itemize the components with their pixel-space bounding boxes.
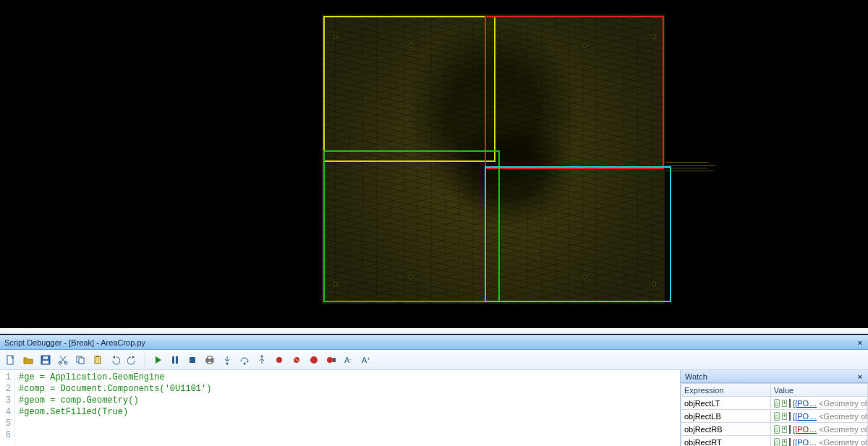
stepover-icon xyxy=(239,355,250,365)
crop-rect-objRectRB[interactable] xyxy=(485,166,671,302)
color-swatch xyxy=(789,412,791,421)
print-icon xyxy=(205,355,215,365)
paste-icon xyxy=(93,355,103,365)
svg-rect-7 xyxy=(79,358,84,364)
undo-button[interactable] xyxy=(107,352,123,368)
print-button[interactable] xyxy=(202,352,218,368)
watch-expression-cell[interactable]: objRectRT xyxy=(681,436,771,447)
watch-col-value[interactable]: Value xyxy=(770,384,867,397)
watch-rows: objRectLT⌂+[[PO… <Geometry object>objRec… xyxy=(681,397,868,447)
watch-grid[interactable]: Expression Value objRectLT⌂+[[PO… <Geome… xyxy=(681,383,868,446)
stop-record-button[interactable] xyxy=(323,352,339,368)
redo-button[interactable] xyxy=(124,352,140,368)
open-button[interactable] xyxy=(20,352,36,368)
watch-row[interactable]: objRectRB⌂+[[PO… <Geometry object> xyxy=(681,423,868,436)
debugger-toolbar: A-A+ xyxy=(0,350,868,370)
watch-expression-cell[interactable]: objRectLT xyxy=(681,397,771,410)
step-into-button[interactable] xyxy=(219,352,235,368)
object-tree-icon[interactable]: ⌂ xyxy=(774,425,780,434)
record-button[interactable] xyxy=(306,352,322,368)
code-line[interactable]: #geom = comp.Geometry() xyxy=(19,395,680,406)
code-area[interactable]: #ge = Application.GeomEngine#comp = Docu… xyxy=(14,370,680,446)
panel-splitter[interactable] xyxy=(0,328,868,334)
value-link[interactable]: [[PO… xyxy=(793,438,817,447)
value-link[interactable]: [[PO… xyxy=(793,412,817,421)
decrease-font-button[interactable]: A- xyxy=(341,352,357,368)
close-watch-button[interactable]: × xyxy=(855,372,865,382)
value-link[interactable]: [[PO… xyxy=(793,399,817,408)
code-line[interactable] xyxy=(19,418,680,429)
pcb-viewport[interactable] xyxy=(0,0,868,327)
watch-col-expression[interactable]: Expression xyxy=(681,384,771,397)
expand-icon[interactable]: + xyxy=(782,439,787,446)
expand-icon[interactable]: + xyxy=(782,413,787,420)
watch-row[interactable]: objRectRT⌂+[[PO… <Geometry object> xyxy=(681,436,868,447)
value-type-label: <Geometry object> xyxy=(819,425,867,434)
clear-breakpoints-button[interactable] xyxy=(289,352,305,368)
code-line[interactable]: #ge = Application.GeomEngine xyxy=(19,372,680,383)
object-tree-icon[interactable]: ⌂ xyxy=(774,412,780,421)
new-file-button[interactable] xyxy=(3,352,19,368)
svg-point-21 xyxy=(310,356,318,364)
save-button[interactable] xyxy=(38,352,54,368)
watch-value-cell[interactable]: ⌂+[[PO… <Geometry object> xyxy=(770,423,867,436)
watch-panel: Watch × Expression Value objRectLT⌂+[[PO… xyxy=(680,370,868,446)
watch-expression-cell[interactable]: objRectRB xyxy=(681,423,771,436)
pause-button[interactable] xyxy=(167,352,183,368)
value-link[interactable]: [[PO… xyxy=(793,425,817,434)
expand-icon[interactable]: + xyxy=(782,400,787,407)
color-swatch xyxy=(789,425,791,434)
svg-point-19 xyxy=(276,357,282,363)
svg-point-22 xyxy=(327,357,333,363)
code-line[interactable]: #comp = Document.Components('0U1101') xyxy=(19,383,680,395)
value-type-label: <Geometry object> xyxy=(819,438,867,447)
object-tree-icon[interactable]: ⌂ xyxy=(774,438,780,447)
line-number: 2 xyxy=(0,383,11,395)
run-button[interactable] xyxy=(150,352,166,368)
object-tree-icon[interactable]: ⌂ xyxy=(774,399,780,408)
toggle-breakpoint-button[interactable] xyxy=(271,352,287,368)
watch-value-cell[interactable]: ⌂+[[PO… <Geometry object> xyxy=(770,436,867,447)
watch-value-cell[interactable]: ⌂+[[PO… <Geometry object> xyxy=(770,410,867,423)
svg-rect-0 xyxy=(7,356,13,364)
crop-rect-objRectRT[interactable] xyxy=(485,16,664,169)
crop-rect-objRectLT[interactable] xyxy=(323,16,495,162)
svg-point-16 xyxy=(226,362,229,364)
aminus-icon: A- xyxy=(344,355,354,365)
paste-button[interactable] xyxy=(90,352,106,368)
svg-text:+: + xyxy=(367,356,370,362)
watch-value-cell[interactable]: ⌂+[[PO… <Geometry object> xyxy=(770,397,867,410)
aplus-icon: A+ xyxy=(361,355,371,365)
watch-expression-cell[interactable]: objRectLB xyxy=(681,410,771,423)
line-number: 1 xyxy=(0,372,11,383)
debugger-titlebar[interactable]: Script Debugger - [Break] - AreaCrop.py … xyxy=(0,335,868,350)
stop-button[interactable] xyxy=(184,352,200,368)
increase-font-button[interactable]: A+ xyxy=(358,352,374,368)
stop-icon xyxy=(187,355,197,365)
step-out-button[interactable] xyxy=(254,352,270,368)
code-line[interactable]: #geom.SetFilled(True) xyxy=(19,406,680,418)
color-swatch xyxy=(789,399,791,408)
code-editor[interactable]: 123456 #ge = Application.GeomEngine#comp… xyxy=(0,370,680,446)
watch-title-label: Watch xyxy=(685,372,707,381)
stepout-icon xyxy=(257,355,267,365)
watch-row[interactable]: objRectLT⌂+[[PO… <Geometry object> xyxy=(681,397,868,410)
crop-rect-objRectLB[interactable] xyxy=(323,150,500,302)
script-debugger-panel: Script Debugger - [Break] - AreaCrop.py … xyxy=(0,335,868,446)
svg-rect-2 xyxy=(43,361,48,364)
bp-icon xyxy=(274,355,284,365)
svg-rect-12 xyxy=(190,357,195,363)
copy-button[interactable] xyxy=(72,352,88,368)
watch-row[interactable]: objRectLB⌂+[[PO… <Geometry object> xyxy=(681,410,868,423)
code-line[interactable] xyxy=(19,429,680,441)
expand-icon[interactable]: + xyxy=(782,426,787,433)
step-over-button[interactable] xyxy=(237,352,252,368)
close-debugger-button[interactable]: × xyxy=(855,338,865,348)
debugger-title: Script Debugger - [Break] - AreaCrop.py xyxy=(4,338,145,347)
stray-trace xyxy=(665,168,707,168)
cut-button[interactable] xyxy=(55,352,71,368)
recstop-icon xyxy=(326,355,336,365)
color-swatch xyxy=(789,438,791,447)
watch-titlebar[interactable]: Watch × xyxy=(681,370,868,383)
file-icon xyxy=(6,355,16,365)
